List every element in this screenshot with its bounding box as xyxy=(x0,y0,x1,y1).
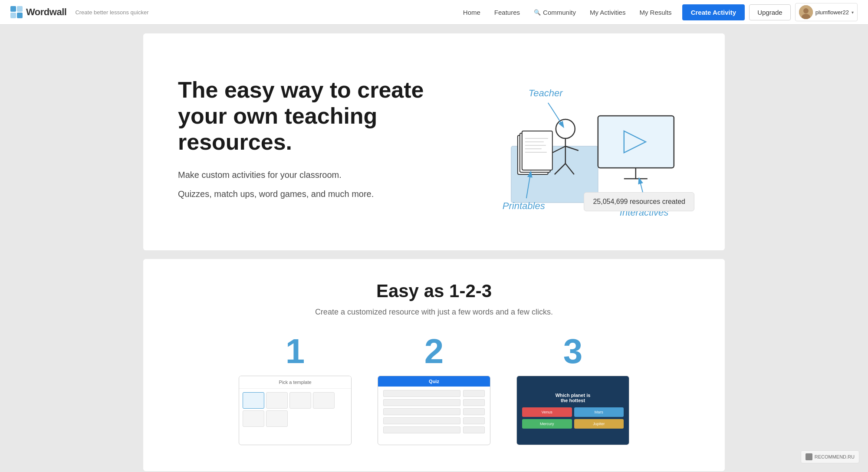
steps-row: 1 Pick a template xyxy=(161,334,707,454)
navbar-tagline: Create better lessons quicker xyxy=(75,9,148,16)
quiz-input-5 xyxy=(383,408,460,415)
recommend-badge: RECOMMEND.RU xyxy=(801,450,859,463)
step-2-number: 2 xyxy=(424,334,444,369)
brand-logo[interactable]: Wordwall xyxy=(10,6,66,18)
quiz-input-8 xyxy=(463,417,485,424)
step-2-body xyxy=(378,387,490,437)
game-option-2: Mars xyxy=(574,407,624,417)
quiz-input-6 xyxy=(463,408,485,415)
hero-illustration: Teacher Printables Interactives xyxy=(467,59,694,224)
page-wrapper: The easy way to create your own teaching… xyxy=(135,25,733,471)
hero-subtitle-1: Make custom activities for your classroo… xyxy=(178,168,447,181)
svg-point-12 xyxy=(556,119,575,138)
quiz-input-9 xyxy=(383,426,460,433)
template-thumb-4 xyxy=(313,392,335,409)
quiz-row-3 xyxy=(383,408,485,415)
svg-text:Teacher: Teacher xyxy=(529,88,563,98)
avatar-image xyxy=(799,5,813,19)
game-options: Venus Mars Mercury Jupiter xyxy=(522,407,624,429)
template-thumb-3 xyxy=(289,392,311,409)
quiz-input-4 xyxy=(463,399,485,406)
create-activity-button[interactable]: Create Activity xyxy=(682,4,745,20)
step-2-header: Quiz xyxy=(378,376,490,387)
quiz-input-3 xyxy=(383,399,460,406)
hero-title: The easy way to create your own teaching… xyxy=(178,77,447,155)
step-3-game-card: Which planet is the hottest Venus Mars M… xyxy=(517,376,629,445)
step-2-card: Quiz xyxy=(378,376,490,445)
quiz-row-4 xyxy=(383,417,485,424)
quiz-input-2 xyxy=(463,390,485,397)
recommend-label: RECOMMEND.RU xyxy=(815,454,855,459)
logo-grid-icon xyxy=(10,6,23,18)
svg-point-1 xyxy=(803,8,809,13)
nav-community[interactable]: 🔍 Community xyxy=(527,0,583,25)
logo-cell-1 xyxy=(10,6,16,12)
step-3-question: Which planet is the hottest xyxy=(556,393,591,403)
quiz-input-1 xyxy=(383,390,460,397)
hero-card: The easy way to create your own teaching… xyxy=(143,33,725,250)
step-3: 3 Which planet is the hottest Venus Mars… xyxy=(512,334,634,445)
wordwall-logo: Wordwall xyxy=(10,6,66,18)
template-thumb-5 xyxy=(243,410,264,427)
template-thumb-6 xyxy=(266,410,288,427)
game-option-4: Jupiter xyxy=(574,419,624,429)
game-option-1: Venus xyxy=(522,407,572,417)
step-1-number: 1 xyxy=(286,334,305,369)
user-menu[interactable]: plumflower22 ▾ xyxy=(795,3,858,21)
hero-text: The easy way to create your own teaching… xyxy=(178,77,447,206)
stats-badge: 25,054,699 resources created xyxy=(584,192,694,211)
svg-rect-6 xyxy=(522,131,552,170)
logo-text: Wordwall xyxy=(26,7,66,18)
step-3-card: Which planet is the hottest Venus Mars M… xyxy=(516,376,629,445)
nav-links: Home Features 🔍 Community My Activities … xyxy=(456,0,679,25)
svg-text:Printables: Printables xyxy=(503,200,545,211)
template-thumb-1 xyxy=(243,392,264,409)
nav-my-results[interactable]: My Results xyxy=(632,0,678,25)
logo-cell-4 xyxy=(17,13,23,18)
easy-section-subtitle: Create a customized resource with just a… xyxy=(161,308,707,317)
step-3-number: 3 xyxy=(563,334,583,369)
nav-my-activities[interactable]: My Activities xyxy=(583,0,633,25)
step-1-body xyxy=(239,389,351,430)
logo-cell-3 xyxy=(10,13,16,18)
easy-section: Easy as 1-2-3 Create a customized resour… xyxy=(143,259,725,471)
svg-rect-18 xyxy=(598,116,674,168)
nav-community-label: Community xyxy=(543,9,576,16)
quiz-input-7 xyxy=(383,417,460,424)
quiz-row-2 xyxy=(383,399,485,406)
step-2-card-inner: Quiz xyxy=(378,376,490,445)
recommend-icon xyxy=(806,453,812,460)
chevron-down-icon: ▾ xyxy=(852,10,854,15)
nav-home[interactable]: Home xyxy=(456,0,487,25)
quiz-row-5 xyxy=(383,426,485,433)
step-1-card-inner: Pick a template xyxy=(239,376,351,445)
avatar xyxy=(799,5,813,19)
step-2: 2 Quiz xyxy=(373,334,495,445)
hero-subtitle-2: Quizzes, match ups, word games, and much… xyxy=(178,187,447,200)
navbar: Wordwall Create better lessons quicker H… xyxy=(0,0,868,25)
nav-features[interactable]: Features xyxy=(487,0,527,25)
search-icon: 🔍 xyxy=(534,9,541,16)
user-name: plumflower22 xyxy=(815,9,849,16)
quiz-input-10 xyxy=(463,426,485,433)
step-1-card: Pick a template xyxy=(239,376,352,445)
step-1: 1 Pick a template xyxy=(234,334,356,445)
quiz-row-1 xyxy=(383,390,485,397)
template-thumb-2 xyxy=(266,392,288,409)
upgrade-button[interactable]: Upgrade xyxy=(749,4,791,20)
step-1-header: Pick a template xyxy=(239,376,351,389)
easy-section-title: Easy as 1-2-3 xyxy=(161,281,707,302)
game-option-3: Mercury xyxy=(522,419,572,429)
logo-cell-2 xyxy=(17,6,23,12)
